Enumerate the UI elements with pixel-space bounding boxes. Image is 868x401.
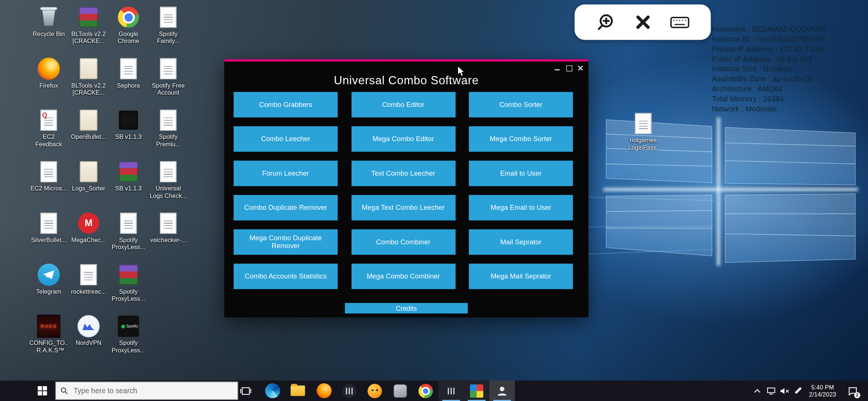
doc-icon bbox=[117, 57, 140, 81]
combo-button[interactable]: Email to User bbox=[469, 161, 573, 186]
system-info-line: Total Memory : 16384 bbox=[712, 94, 867, 104]
desktop-icon-label: Spotify ProxyLess... bbox=[109, 288, 148, 302]
desktop-icon-config-raks[interactable]: RAKSCONFIG_TO... R.A.K.S™ bbox=[29, 311, 69, 363]
desktop-icon-universal-logs[interactable]: Universal Logs Check... bbox=[148, 157, 188, 208]
person-app-icon bbox=[496, 384, 509, 398]
combo-button[interactable]: Mega Email to User bbox=[469, 195, 573, 221]
start-button[interactable] bbox=[32, 381, 52, 401]
system-info-line: Network : Moderate bbox=[712, 104, 867, 114]
task-view-button[interactable] bbox=[233, 381, 259, 401]
desktop-icon-spotify-premium[interactable]: Spotify Premiu... bbox=[148, 105, 188, 157]
desktop-icon-label: BLTools v2.2 [CRACKE... bbox=[69, 30, 108, 44]
desktop-icon-spotify-proxyless-3[interactable]: SpotifySpotify ProxyLess... bbox=[109, 311, 148, 363]
desktop-icon-sb-v113-a[interactable]: SB v1.1.3 bbox=[109, 105, 148, 157]
desktop-icon-openbullet[interactable]: OpenBullet... bbox=[69, 105, 108, 157]
desktop-icon-logs-sorter[interactable]: Logs_Sorter bbox=[69, 157, 108, 208]
desktop-icon-recycle-bin[interactable]: Recycle Bin bbox=[29, 2, 69, 54]
desktop-icon-telegram[interactable]: Telegram bbox=[29, 260, 69, 312]
credits-button[interactable]: Credits bbox=[345, 303, 468, 313]
desktop-icon-firefox[interactable]: Firefox bbox=[29, 54, 69, 105]
edge-icon bbox=[265, 383, 280, 398]
desktop-icon-label: NordVPN bbox=[69, 339, 108, 346]
rar-icon bbox=[117, 160, 140, 183]
combo-button[interactable]: Forum Leecher bbox=[234, 161, 338, 186]
combo-button[interactable]: Combo Grabbers bbox=[234, 92, 338, 118]
combo-button[interactable]: Combo Combiner bbox=[351, 229, 456, 255]
combo-button[interactable]: Mega Mail Seprator bbox=[469, 264, 573, 289]
tray-pen[interactable] bbox=[792, 381, 804, 401]
combo-button[interactable]: Combo Accounts Statistics bbox=[234, 264, 338, 289]
desktop-icon-sb-v113-b[interactable]: SB v1.1.3 bbox=[109, 157, 148, 208]
taskbar-search[interactable] bbox=[55, 382, 238, 400]
text-file-icon bbox=[632, 112, 655, 135]
search-input[interactable] bbox=[72, 386, 233, 395]
desktop-icon-label: EC2 Micros... bbox=[29, 185, 69, 192]
desktop-icon-spotify-free[interactable]: Spotify Free Account bbox=[148, 54, 188, 105]
chrome-icon bbox=[117, 6, 140, 29]
tray-chevron-up[interactable] bbox=[752, 381, 763, 401]
desktop-icon-riotgames-loginpass[interactable]: riotgames LoginPass. bbox=[624, 112, 662, 150]
desktop-icon-label: CONFIG_TO... R.A.K.S™ bbox=[29, 339, 69, 353]
taskbar-app-chrome[interactable] bbox=[413, 381, 438, 401]
desktop-icon-nordvpn[interactable]: NordVPN bbox=[69, 311, 108, 363]
zoom-in-icon[interactable] bbox=[594, 11, 617, 33]
desktop-icon-valchecker[interactable]: valchecker-... bbox=[148, 208, 188, 260]
taskbar-app-dark-1[interactable] bbox=[336, 381, 362, 401]
desktop-icon-silverbullet[interactable]: SilverBullet... bbox=[29, 208, 69, 260]
close-button[interactable] bbox=[576, 65, 585, 72]
taskbar-app-file-explorer[interactable] bbox=[285, 381, 311, 401]
taskbar-app-combo-software[interactable] bbox=[489, 381, 515, 401]
desktop-icon-ec2-feedback[interactable]: QEC2 Feedback bbox=[29, 105, 69, 157]
tray-volume[interactable] bbox=[778, 381, 790, 401]
rar-icon bbox=[77, 6, 100, 29]
action-center-button[interactable]: 2 bbox=[842, 381, 862, 401]
mega-icon: M bbox=[77, 212, 100, 235]
desktop-icon-bltools-1[interactable]: BLTools v2.2 [CRACKE... bbox=[69, 2, 108, 54]
clock-time: 5:40 PM bbox=[811, 384, 834, 391]
taskbar-app-gray[interactable] bbox=[388, 381, 413, 401]
speaker-muted-icon bbox=[780, 387, 789, 395]
combo-button[interactable]: Mega Combo Editor bbox=[351, 126, 456, 152]
desktop-icon-rockettreac[interactable]: rockettreac... bbox=[69, 260, 108, 312]
combo-button[interactable]: Mega Combo Duplicate Remover bbox=[234, 229, 338, 255]
combo-button[interactable]: Combo Duplicate Remover bbox=[234, 195, 338, 221]
combo-button[interactable]: Mega Combo Combiner bbox=[351, 264, 456, 289]
window-controls bbox=[553, 65, 585, 72]
combo-button[interactable]: Mega Text Combo Leecher bbox=[351, 195, 456, 221]
desktop-icon-spotify-proxyless-1[interactable]: Spotify ProxyLess... bbox=[109, 208, 148, 260]
taskbar-app-mosaic[interactable] bbox=[464, 381, 490, 401]
desktop-icon-bltools-2[interactable]: BLTools v2.2 [CRACKE... bbox=[69, 54, 108, 105]
minimize-button[interactable] bbox=[553, 65, 561, 72]
desktop-icon-spotify-family[interactable]: Spotify Family... bbox=[148, 2, 188, 54]
desktop-icon-sephora[interactable]: Sephora bbox=[109, 54, 148, 105]
desktop-icon-spotify-proxyless-2[interactable]: Spotify ProxyLess... bbox=[109, 260, 148, 312]
desktop-icon-label: Spotify Free Account bbox=[148, 82, 188, 96]
combo-button[interactable]: Mail Seprator bbox=[469, 229, 573, 255]
tray-network[interactable] bbox=[765, 381, 777, 401]
taskbar-app-edge[interactable] bbox=[260, 381, 285, 401]
maximize-button[interactable] bbox=[565, 65, 573, 72]
desktop-icon-label: BLTools v2.2 [CRACKE... bbox=[69, 82, 108, 96]
desktop-icon-label: Logs_Sorter bbox=[69, 185, 108, 192]
keyboard-icon[interactable] bbox=[669, 11, 691, 33]
combo-button[interactable]: Combo Leecher bbox=[234, 126, 338, 152]
desktop-icon-megachec[interactable]: MMegaChec... bbox=[69, 208, 108, 260]
tools-icon[interactable] bbox=[632, 11, 654, 33]
taskbar-app-firefox[interactable] bbox=[311, 381, 337, 401]
combo-button[interactable]: Mega Combo Sorter bbox=[469, 126, 573, 152]
taskbar-app-orange[interactable] bbox=[362, 381, 388, 401]
combo-button[interactable]: Combo Editor bbox=[351, 92, 456, 118]
combo-button-grid: Combo GrabbersCombo EditorCombo SorterCo… bbox=[234, 92, 573, 289]
combo-button[interactable]: Text Combo Leecher bbox=[351, 161, 456, 186]
tray-clock[interactable]: 5:40 PM 2/14/2023 bbox=[805, 381, 841, 401]
desktop-icon-ec2-micros[interactable]: EC2 Micros... bbox=[29, 157, 69, 208]
desktop-icon-google-chrome[interactable]: Google Chrome bbox=[109, 2, 148, 54]
search-icon bbox=[60, 387, 68, 395]
recycle-icon bbox=[37, 6, 60, 29]
system-info-line: Instance Size : t2.xlarge bbox=[712, 64, 867, 74]
taskbar-app-dark-2[interactable] bbox=[438, 381, 464, 401]
combo-button[interactable]: Combo Sorter bbox=[469, 92, 573, 118]
mosaic-app-icon bbox=[470, 384, 483, 398]
desktop-icon-label: Spotify Premiu... bbox=[148, 134, 188, 147]
gray-app-icon bbox=[394, 384, 407, 398]
